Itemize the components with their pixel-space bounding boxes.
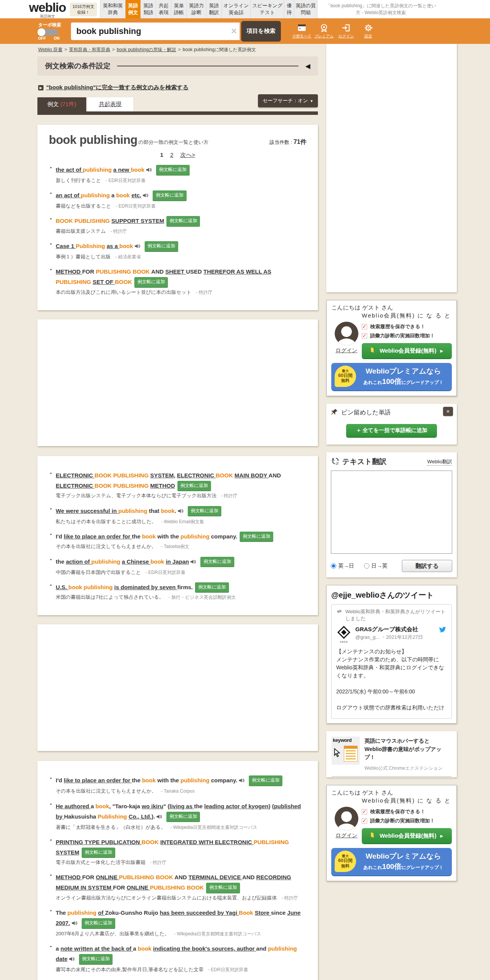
breadcrumb-item-2[interactable]: 英和辞典・和英辞典 bbox=[69, 47, 110, 52]
word-link[interactable]: ELECTRONIC bbox=[56, 482, 95, 489]
search-condition-panel[interactable]: 例文検索の条件設定 ◀ bbox=[37, 56, 318, 76]
word-link[interactable]: SHEET bbox=[165, 268, 186, 275]
register-button[interactable]: Weblio会員登録(無料)▶ bbox=[362, 828, 452, 843]
add-to-notebook-button[interactable]: 例文帳に追加 bbox=[200, 557, 234, 567]
add-to-notebook-button[interactable]: 例文帳に追加 bbox=[153, 190, 186, 201]
add-to-notebook-button[interactable]: 例文帳に追加 bbox=[249, 775, 282, 786]
word-link[interactable]: a new bbox=[113, 166, 131, 173]
highlighted-word-link[interactable]: book bbox=[119, 243, 133, 249]
highlighted-word-link[interactable]: publishing bbox=[68, 909, 98, 916]
word-link[interactable]: in Japan bbox=[166, 558, 189, 565]
header-tab-2[interactable]: 英語例文 bbox=[125, 0, 140, 18]
word-link[interactable]: of bbox=[98, 909, 105, 916]
word-link[interactable]: an act of bbox=[56, 192, 81, 198]
tab-examples[interactable]: 例文(71件) bbox=[37, 97, 86, 111]
login-link[interactable]: ログイン bbox=[335, 832, 357, 839]
add-to-notebook-button[interactable]: 例文帳に追加 bbox=[240, 532, 273, 542]
word-link[interactable]: METHOD bbox=[56, 874, 82, 880]
radio-en-to-ja[interactable] bbox=[331, 563, 336, 569]
header-tab-5[interactable]: 英単語帳 bbox=[171, 0, 186, 18]
highlighted-word-link[interactable]: BOOK PUBLISHING bbox=[56, 218, 111, 224]
next-page-link[interactable]: 次へ> bbox=[180, 152, 195, 158]
premium-button[interactable]: プレミアム bbox=[313, 24, 335, 39]
word-link[interactable]: leading actor of kyogen bbox=[204, 803, 268, 809]
highlighted-word-link[interactable]: PUBLISHING BOOK bbox=[150, 884, 204, 891]
add-to-notebook-button[interactable]: 例文帳に追加 bbox=[134, 277, 168, 287]
word-link[interactable]: as a bbox=[106, 243, 119, 249]
highlighted-word-link[interactable]: publishing bbox=[81, 192, 111, 198]
header-tab-8[interactable]: オンライン英会話 bbox=[221, 0, 250, 18]
highlighted-word-link[interactable]: Publishing bbox=[76, 243, 107, 249]
audio-speaker-icon[interactable] bbox=[190, 557, 196, 567]
add-to-notebook-button[interactable]: 例文帳に追加 bbox=[195, 582, 229, 593]
clear-search-icon[interactable]: × bbox=[228, 25, 240, 37]
header-tab-1[interactable]: 英和和英辞典 bbox=[100, 0, 125, 18]
audio-speaker-icon[interactable] bbox=[71, 919, 77, 929]
audio-speaker-icon[interactable] bbox=[239, 776, 245, 786]
weblio-translate-link[interactable]: Weblio翻訳 bbox=[427, 458, 452, 466]
add-to-notebook-button[interactable]: 例文帳に追加 bbox=[82, 848, 115, 858]
breadcrumb-item-1[interactable]: Weblio 辞書 bbox=[38, 47, 63, 52]
audio-speaker-icon[interactable] bbox=[177, 506, 184, 517]
word-link[interactable]: He authored bbox=[56, 803, 91, 809]
login-link[interactable]: ログイン bbox=[335, 347, 357, 354]
word-link[interactable]: U.S. bbox=[56, 584, 68, 590]
highlighted-word-link[interactable]: publishing bbox=[118, 508, 149, 514]
word-link[interactable]: note written at the back of bbox=[61, 945, 133, 952]
collapse-arrow-icon[interactable]: ◀ bbox=[305, 62, 310, 70]
add-to-notebook-button[interactable]: 例文帳に追加 bbox=[188, 506, 221, 516]
premium-banner[interactable]: 最大60日間無料Weblioプレミアムならあれこれ100倍にグレードアップ！ bbox=[331, 363, 452, 390]
word-link[interactable]: Co., Ltd. bbox=[129, 813, 152, 820]
turbo-toggle[interactable] bbox=[38, 29, 58, 35]
register-button[interactable]: Weblio会員登録(無料)▶ bbox=[362, 343, 452, 358]
add-to-notebook-button[interactable]: 例文帳に追加 bbox=[156, 165, 190, 175]
exact-match-link[interactable]: "book publishing"に完全一致する例文のみを検索する bbox=[46, 84, 189, 91]
word-link[interactable]: METHOD bbox=[56, 268, 82, 275]
add-all-to-wordbook-button[interactable]: ＋ 全てを一括で単語帳に追加 bbox=[346, 424, 437, 437]
header-tab-6[interactable]: 英語力診断 bbox=[186, 0, 206, 18]
highlighted-word-link[interactable]: BOOK PUBLISHING bbox=[95, 472, 150, 479]
word-link[interactable]: THEREFOR AS WELL AS bbox=[203, 268, 271, 275]
highlighted-word-link[interactable]: publishing bbox=[83, 166, 113, 173]
word-link[interactable]: We were successful in bbox=[56, 508, 118, 514]
twitter-bird-icon[interactable] bbox=[438, 626, 447, 635]
highlighted-word-link[interactable]: PUBLISHING BOOK bbox=[119, 874, 174, 880]
word-link[interactable]: METHOD bbox=[150, 482, 175, 489]
highlighted-word-link[interactable]: book bbox=[150, 558, 166, 565]
word-link[interactable]: SYSTEM bbox=[56, 849, 79, 856]
highlighted-word-link[interactable]: book bbox=[138, 945, 153, 952]
breadcrumb-item-3[interactable]: book publishingの意味・解説 bbox=[117, 47, 176, 52]
highlighted-word-link[interactable]: BOOK bbox=[115, 279, 132, 285]
word-link[interactable]: etc. bbox=[131, 192, 141, 198]
highlighted-word-link[interactable]: book bbox=[161, 508, 175, 514]
word-link[interactable]: like to place an order for bbox=[64, 533, 132, 540]
header-tab-9[interactable]: スピーキングテスト bbox=[250, 0, 284, 18]
highlighted-word-link[interactable]: BOOK PUBLISHING bbox=[95, 482, 150, 489]
search-button[interactable]: 項目を検索 bbox=[241, 21, 281, 42]
add-to-notebook-button[interactable]: 例文帳に追加 bbox=[177, 481, 211, 491]
premium-banner[interactable]: 最大60日間無料Weblioプレミアムならあれこれ100倍にグレードアップ！ bbox=[331, 848, 452, 875]
audio-speaker-icon[interactable] bbox=[142, 191, 148, 201]
highlighted-word-link[interactable]: PUBLISHING BOOK bbox=[96, 268, 151, 275]
search-input[interactable] bbox=[71, 23, 240, 40]
highlighted-word-link[interactable]: PUBLISHING bbox=[56, 279, 93, 285]
word-link[interactable]: ELECTRONIC bbox=[56, 472, 95, 479]
word-link[interactable]: indicating the book's sources, author bbox=[153, 945, 256, 952]
header-tab-7[interactable]: 英語翻訳 bbox=[206, 0, 221, 18]
login-button[interactable]: ログイン bbox=[335, 24, 357, 39]
word-link[interactable]: living as bbox=[169, 803, 194, 809]
highlighted-word-link[interactable]: book publishing bbox=[68, 584, 114, 590]
translate-textarea[interactable] bbox=[331, 471, 452, 554]
audio-speaker-icon[interactable] bbox=[156, 812, 162, 822]
word-link[interactable]: action of bbox=[66, 558, 92, 565]
add-to-notebook-button[interactable]: 例文帳に追加 bbox=[206, 883, 240, 893]
radio-ja-to-en[interactable] bbox=[364, 563, 369, 569]
audio-speaker-icon[interactable] bbox=[146, 165, 152, 176]
highlighted-word-link[interactable]: book bbox=[131, 166, 145, 173]
highlighted-word-link[interactable]: publishing bbox=[268, 945, 297, 952]
word-link[interactable]: INTEGRATED WITH ELECTRONIC bbox=[160, 839, 254, 845]
highlighted-word-link[interactable]: BOOK bbox=[216, 472, 234, 479]
settings-button[interactable]: 設定 bbox=[357, 24, 379, 39]
highlighted-word-link[interactable]: book bbox=[142, 533, 157, 540]
add-to-notebook-button[interactable]: 例文帳に追加 bbox=[82, 918, 115, 928]
